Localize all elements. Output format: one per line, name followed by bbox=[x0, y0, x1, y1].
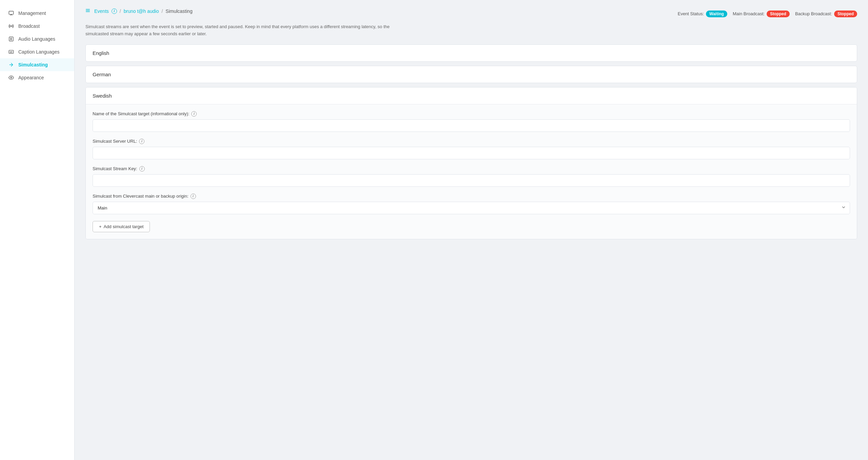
main-content: Events i / bruno t@h audio / Simulcastin… bbox=[75, 0, 868, 460]
origin-label: Simulcast from Clevercast main or backup… bbox=[93, 194, 850, 199]
monitor-icon bbox=[8, 10, 14, 16]
breadcrumb: Events i / bruno t@h audio / Simulcastin… bbox=[85, 8, 193, 14]
breadcrumb-sep2: / bbox=[161, 8, 163, 14]
language-header-swedish[interactable]: Swedish bbox=[86, 87, 857, 104]
sidebar-item-appearance-label: Appearance bbox=[18, 75, 44, 80]
sidebar-item-audio-languages[interactable]: Audio Languages bbox=[0, 33, 74, 45]
event-status-label: Event Status: bbox=[678, 11, 704, 16]
server-url-info-icon[interactable]: i bbox=[139, 139, 144, 144]
header-row: Events i / bruno t@h audio / Simulcastin… bbox=[85, 8, 857, 19]
form-group-stream-key: Simulcast Stream Key: i bbox=[93, 166, 850, 187]
sidebar-item-broadcast-label: Broadcast bbox=[18, 23, 40, 29]
sidebar-item-broadcast[interactable]: Broadcast bbox=[0, 20, 74, 33]
broadcast-icon bbox=[8, 23, 14, 29]
language-label-german: German bbox=[93, 72, 111, 77]
event-status-badge: Waiting bbox=[706, 11, 727, 17]
form-group-target-name: Name of the Simulcast target (informatio… bbox=[93, 111, 850, 132]
eye-icon bbox=[8, 75, 14, 81]
list-icon bbox=[85, 8, 90, 14]
stream-key-label: Simulcast Stream Key: i bbox=[93, 166, 850, 172]
main-broadcast-label: Main Broadcast: bbox=[733, 11, 765, 16]
backup-broadcast-status: Backup Broadcast: Stopped bbox=[795, 11, 857, 17]
caption-icon bbox=[8, 49, 14, 55]
language-header-german[interactable]: German bbox=[86, 66, 857, 83]
sidebar-item-audio-languages-label: Audio Languages bbox=[18, 36, 55, 42]
breadcrumb-current: Simulcasting bbox=[165, 8, 192, 14]
sidebar: Management Broadcast Audio Languages Cap… bbox=[0, 0, 75, 460]
sidebar-item-caption-languages[interactable]: Caption Languages bbox=[0, 45, 74, 58]
simulcast-icon bbox=[8, 62, 14, 68]
status-group: Event Status: Waiting Main Broadcast: St… bbox=[678, 11, 857, 17]
language-header-english[interactable]: English bbox=[86, 45, 857, 61]
language-body-swedish: Name of the Simulcast target (informatio… bbox=[86, 104, 857, 239]
form-group-server-url: Simulcast Server URL: i bbox=[93, 139, 850, 159]
server-url-label: Simulcast Server URL: i bbox=[93, 139, 850, 144]
stream-key-input[interactable] bbox=[93, 174, 850, 187]
backup-broadcast-badge: Stopped bbox=[834, 11, 857, 17]
language-section-swedish: Swedish Name of the Simulcast target (in… bbox=[85, 87, 857, 239]
breadcrumb-events-link[interactable]: Events bbox=[94, 8, 109, 14]
target-name-label: Name of the Simulcast target (informatio… bbox=[93, 111, 850, 117]
language-label-english: English bbox=[93, 50, 109, 56]
main-broadcast-status: Main Broadcast: Stopped bbox=[733, 11, 790, 17]
language-label-swedish: Swedish bbox=[93, 93, 112, 99]
main-broadcast-badge: Stopped bbox=[767, 11, 790, 17]
audio-icon bbox=[8, 36, 14, 42]
origin-info-icon[interactable]: i bbox=[191, 194, 196, 199]
sidebar-item-management-label: Management bbox=[18, 11, 46, 16]
target-name-info-icon[interactable]: i bbox=[191, 111, 197, 117]
origin-select[interactable]: Main Backup bbox=[93, 202, 850, 214]
event-status: Event Status: Waiting bbox=[678, 11, 727, 17]
page-description: Simulcast streams are sent when the even… bbox=[85, 23, 391, 38]
svg-rect-0 bbox=[9, 11, 13, 14]
add-target-btn-label: Add simulcast target bbox=[104, 224, 144, 229]
sidebar-item-simulcasting-label: Simulcasting bbox=[18, 62, 48, 67]
sidebar-item-caption-languages-label: Caption Languages bbox=[18, 49, 59, 55]
language-section-german: German bbox=[85, 66, 857, 83]
plus-icon: + bbox=[99, 224, 102, 229]
breadcrumb-info-icon[interactable]: i bbox=[112, 8, 117, 14]
svg-point-1 bbox=[11, 26, 12, 27]
backup-broadcast-label: Backup Broadcast: bbox=[795, 11, 832, 16]
breadcrumb-event-name-link[interactable]: bruno t@h audio bbox=[124, 8, 159, 14]
sidebar-item-management[interactable]: Management bbox=[0, 7, 74, 20]
add-simulcast-target-button[interactable]: + Add simulcast target bbox=[93, 221, 150, 232]
breadcrumb-sep1: / bbox=[120, 8, 121, 14]
language-section-english: English bbox=[85, 44, 857, 62]
stream-key-info-icon[interactable]: i bbox=[139, 166, 145, 172]
sidebar-item-appearance[interactable]: Appearance bbox=[0, 71, 74, 84]
origin-select-wrapper: Main Backup bbox=[93, 202, 850, 214]
svg-point-8 bbox=[11, 77, 12, 78]
server-url-input[interactable] bbox=[93, 147, 850, 159]
form-group-origin: Simulcast from Clevercast main or backup… bbox=[93, 194, 850, 214]
sidebar-item-simulcasting[interactable]: Simulcasting bbox=[0, 58, 74, 71]
target-name-input[interactable] bbox=[93, 119, 850, 132]
